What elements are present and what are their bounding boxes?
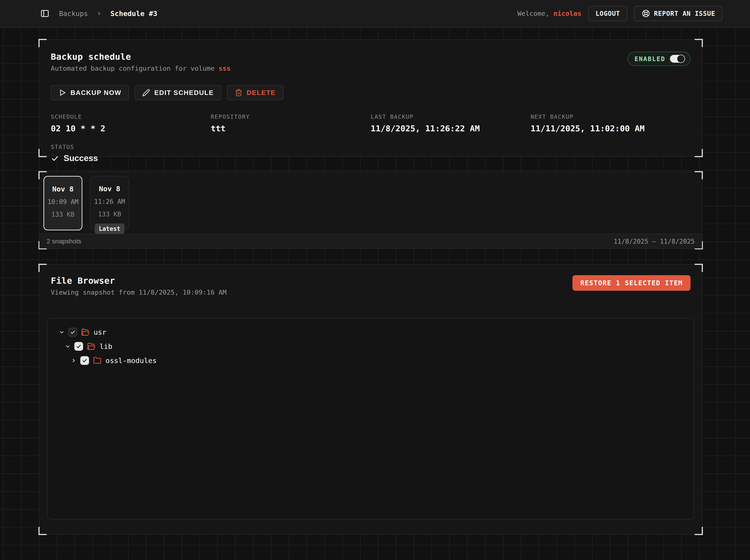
snapshots-card: Nov 8 10:09 AM 133 KB Nov 8 11:26 AM 133… — [39, 172, 703, 249]
backup-now-button[interactable]: BACKUP NOW — [51, 85, 129, 100]
folder-open-icon — [87, 342, 95, 351]
logout-button[interactable]: LOGOUT — [588, 6, 627, 21]
status-field: STATUS Success — [51, 144, 691, 163]
field-schedule: SCHEDULE 02 10 * * 2 — [51, 114, 211, 133]
corner-bracket — [695, 264, 703, 272]
breadcrumb-section[interactable]: Backups — [59, 9, 88, 18]
volume-name: sss — [218, 64, 231, 72]
status-label: STATUS — [51, 144, 691, 150]
corner-bracket — [695, 39, 703, 47]
play-icon — [59, 89, 66, 97]
folder-open-icon — [81, 328, 90, 336]
field-next-backup: NEXT BACKUP 11/11/2025, 11:02:00 AM — [531, 114, 691, 133]
snapshot-date: Nov 8 — [99, 185, 120, 193]
field-value: 11/8/2025, 11:26:22 AM — [371, 124, 531, 133]
enabled-label: ENABLED — [634, 55, 665, 62]
field-repository: REPOSITORY ttt — [211, 114, 371, 133]
report-issue-button[interactable]: REPORT AN ISSUE — [634, 6, 723, 21]
corner-bracket — [38, 264, 47, 272]
field-label: SCHEDULE — [51, 114, 211, 120]
logout-label: LOGOUT — [596, 10, 620, 17]
corner-bracket — [695, 527, 703, 535]
tree-row-usr: usr — [55, 325, 687, 339]
tree-item-name[interactable]: ossl-modules — [105, 356, 157, 365]
restore-selected-button[interactable]: RESTORE 1 SELECTED ITEM — [572, 275, 691, 291]
lifebuoy-icon — [642, 9, 650, 18]
tree-row-lib: lib — [55, 339, 687, 354]
check-icon — [51, 154, 59, 162]
field-value: ttt — [211, 124, 371, 133]
field-last-backup: LAST BACKUP 11/8/2025, 11:26:22 AM — [371, 114, 531, 133]
snapshot-size: 133 KB — [98, 211, 121, 218]
snapshot-time: 10:09 AM — [47, 198, 78, 206]
top-bar: Backups Schedule #3 Welcome, nicolas LOG… — [0, 0, 750, 27]
field-label: NEXT BACKUP — [531, 114, 691, 120]
delete-label: DELETE — [246, 89, 275, 97]
toggle-switch[interactable] — [670, 55, 685, 63]
snapshot-count: 2 snapshots — [47, 238, 81, 245]
page: Backups Schedule #3 Welcome, nicolas LOG… — [0, 0, 750, 560]
chevron-down-icon[interactable] — [64, 342, 72, 350]
username: nicolas — [553, 9, 581, 17]
chevron-down-icon[interactable] — [58, 328, 66, 336]
card-title: File Browser — [51, 276, 572, 286]
snapshot-time: 11:26 AM — [94, 198, 125, 205]
checkbox-lib[interactable] — [74, 342, 83, 351]
checkbox-ossl-modules[interactable] — [80, 356, 89, 365]
restore-label: RESTORE 1 SELECTED ITEM — [580, 279, 683, 287]
card-title: Backup schedule — [51, 52, 628, 62]
card-subtitle: Automated backup configuration for volum… — [51, 64, 628, 72]
backup-now-label: BACKUP NOW — [71, 89, 121, 97]
chevron-right-icon — [96, 11, 102, 17]
field-value: 11/11/2025, 11:02:00 AM — [531, 124, 691, 133]
snapshots-footer: 2 snapshots 11/8/2025 – 11/8/2025 — [39, 234, 702, 248]
field-label: REPOSITORY — [211, 114, 371, 120]
toggle-knob — [677, 55, 685, 63]
backup-schedule-card: Backup schedule Automated backup configu… — [39, 39, 703, 157]
file-tree: usr lib — [47, 318, 694, 520]
snapshot-item-selected[interactable]: Nov 8 10:09 AM 133 KB — [43, 176, 82, 231]
corner-bracket — [38, 39, 47, 47]
corner-bracket — [695, 149, 703, 157]
snapshot-list: Nov 8 10:09 AM 133 KB Nov 8 11:26 AM 133… — [39, 172, 702, 231]
breadcrumb: Backups Schedule #3 — [39, 7, 517, 19]
sidebar-toggle-button[interactable] — [39, 7, 51, 19]
edit-schedule-button[interactable]: EDIT SCHEDULE — [135, 85, 221, 100]
enabled-toggle[interactable]: ENABLED — [628, 52, 691, 66]
top-bar-right: Welcome, nicolas LOGOUT REPORT AN ISSUE — [517, 6, 723, 21]
file-browser-card: File Browser Viewing snapshot from 11/8/… — [39, 264, 703, 535]
snapshot-item[interactable]: Nov 8 11:26 AM 133 KB Latest — [90, 176, 129, 231]
latest-badge: Latest — [95, 223, 124, 234]
corner-bracket — [38, 149, 47, 157]
snapshot-date: Nov 8 — [52, 185, 74, 193]
snapshot-date-range: 11/8/2025 – 11/8/2025 — [614, 238, 695, 245]
subtitle-prefix: Automated backup configuration for volum… — [51, 64, 218, 72]
edit-schedule-label: EDIT SCHEDULE — [154, 89, 214, 97]
panel-left-icon — [40, 9, 50, 18]
card-subtitle: Viewing snapshot from 11/8/2025, 10:09:1… — [51, 288, 572, 296]
welcome-text: Welcome, nicolas — [517, 9, 581, 17]
welcome-prefix: Welcome, — [517, 9, 553, 17]
checkbox-usr[interactable] — [68, 328, 77, 337]
trash-icon — [235, 89, 242, 97]
tree-item-name[interactable]: lib — [100, 342, 112, 351]
chevron-right-icon[interactable] — [70, 357, 78, 364]
report-issue-label: REPORT AN ISSUE — [654, 10, 715, 17]
folder-icon — [93, 356, 101, 365]
status-value: Success — [64, 154, 98, 163]
delete-button[interactable]: DELETE — [227, 85, 283, 100]
pencil-icon — [142, 89, 150, 97]
tree-row-ossl-modules: ossl-modules — [55, 354, 687, 367]
breadcrumb-page: Schedule #3 — [110, 9, 157, 18]
tree-item-name[interactable]: usr — [94, 328, 106, 336]
field-label: LAST BACKUP — [371, 114, 531, 120]
field-value: 02 10 * * 2 — [51, 124, 211, 133]
snapshot-size: 133 KB — [51, 211, 74, 218]
corner-bracket — [38, 527, 47, 535]
